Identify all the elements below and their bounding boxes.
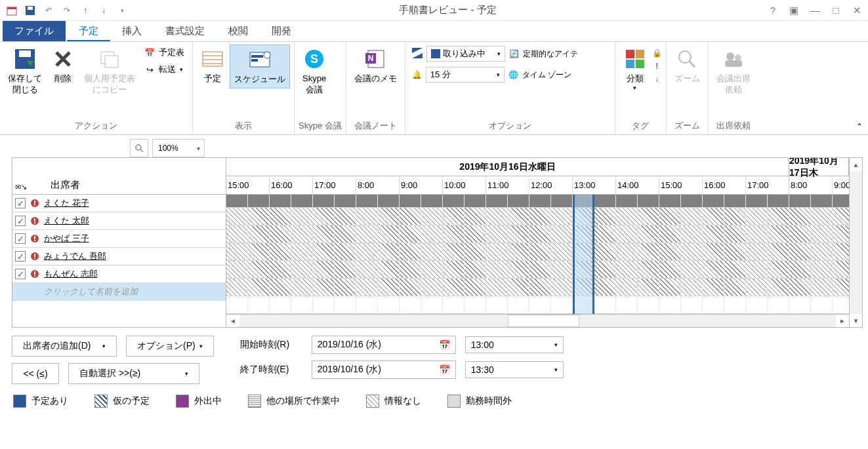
attendee-row[interactable]: ✓ えくた 花子 xyxy=(12,195,226,212)
required-icon[interactable] xyxy=(30,198,40,208)
start-time-field[interactable]: 13:00 ▾ xyxy=(465,336,564,353)
zoom-select[interactable]: 100% xyxy=(152,139,205,157)
selection-band[interactable] xyxy=(573,195,594,314)
timeline-row[interactable] xyxy=(226,261,849,279)
required-icon[interactable] xyxy=(30,269,40,279)
required-icon[interactable] xyxy=(30,233,40,244)
close-icon[interactable]: ✕ xyxy=(851,5,863,16)
show-as-select[interactable]: 取り込み中 ▾ xyxy=(426,46,505,62)
high-importance-icon[interactable]: ! xyxy=(655,62,658,71)
timeline-row[interactable] xyxy=(226,243,849,261)
calendar-table-button[interactable]: 📅 予定表 xyxy=(140,45,188,60)
attendee-name[interactable]: えくた 太郎 xyxy=(44,215,89,227)
reminder-select[interactable]: 15 分 ▾ xyxy=(426,67,505,83)
maximize-icon[interactable]: □ xyxy=(830,5,842,16)
save-close-button[interactable]: 保存して 閉じる xyxy=(4,45,46,98)
attendee-checkbox[interactable]: ✓ xyxy=(15,216,26,226)
group-show-label: 表示 xyxy=(197,119,290,133)
attendee-name[interactable]: もんぜん 志郎 xyxy=(44,268,98,280)
start-date-field[interactable]: 2019/10/16 (水) 📅 xyxy=(312,336,456,354)
room-finder-button[interactable] xyxy=(130,139,148,157)
attendee-name[interactable]: みょうでん 吾郎 xyxy=(44,250,106,262)
invite-attendees-button[interactable]: 会議出席 依頼 xyxy=(713,45,754,98)
help-icon[interactable]: ? xyxy=(767,5,779,16)
meeting-notes-button[interactable]: N 会議のメモ xyxy=(350,45,401,87)
svg-text:N: N xyxy=(368,54,374,63)
scheduling-assistant: 100% ✉↘ 出席者 ✓ えくた 花子 ✓ えくた 太郎 ✓ かやば 三子 ✓… xyxy=(0,135,868,449)
svg-rect-25 xyxy=(626,60,634,68)
timezone-label[interactable]: タイム ゾーン xyxy=(522,69,571,81)
attendee-checkbox[interactable]: ✓ xyxy=(15,251,26,262)
timeline-row[interactable] xyxy=(226,296,849,314)
attendee-checkbox[interactable]: ✓ xyxy=(15,233,26,244)
calendar-picker-icon[interactable]: 📅 xyxy=(439,364,450,375)
attendee-checkbox[interactable]: ✓ xyxy=(15,198,26,208)
hscroll-thumb[interactable] xyxy=(508,315,579,327)
attendee-header: ✉↘ 出席者 xyxy=(12,158,226,195)
restore-icon[interactable]: ▣ xyxy=(788,5,800,16)
timeline-row[interactable] xyxy=(226,195,849,208)
attendee-row[interactable]: ✓ えくた 太郎 xyxy=(12,212,226,230)
add-attendee-row[interactable]: クリックして名前を追加 xyxy=(12,283,226,301)
attendee-name[interactable]: えくた 花子 xyxy=(44,197,89,209)
legend-tentative: 仮の予定 xyxy=(113,395,150,407)
timeline-row[interactable] xyxy=(226,279,849,296)
scheduling-view-icon xyxy=(248,48,272,71)
svg-rect-23 xyxy=(626,50,634,58)
calendar-picker-icon[interactable]: 📅 xyxy=(439,340,450,350)
horizontal-scrollbar[interactable]: ◄ ► xyxy=(226,314,849,327)
prev-item-icon[interactable]: ↑ xyxy=(79,4,92,17)
prev-slot-button[interactable]: << (≤) xyxy=(12,363,59,384)
required-icon[interactable] xyxy=(30,216,40,226)
skype-icon: S xyxy=(302,47,326,71)
minimize-icon[interactable]: — xyxy=(809,5,821,16)
vertical-scrollbar[interactable]: ▲ ▼ xyxy=(849,158,862,327)
delete-button[interactable]: 削除 xyxy=(47,45,79,87)
scroll-left-icon[interactable]: ◄ xyxy=(226,315,239,327)
private-icon[interactable]: 🔒 xyxy=(652,49,662,58)
scroll-right-icon[interactable]: ► xyxy=(836,315,849,327)
scroll-up-icon[interactable]: ▲ xyxy=(850,158,862,171)
tab-format[interactable]: 書式設定 xyxy=(154,21,217,41)
redo-icon[interactable]: ↷ xyxy=(60,4,73,17)
attendee-row[interactable]: ✓ みょうでん 吾郎 xyxy=(12,248,226,265)
tab-insert[interactable]: 挿入 xyxy=(110,21,154,41)
end-date-field[interactable]: 2019/10/16 (水) 📅 xyxy=(312,361,456,379)
options-button[interactable]: オプション(P) ▾ xyxy=(126,336,214,357)
attendee-row[interactable]: ✓ かやば 三子 xyxy=(12,230,226,248)
collapse-ribbon-icon[interactable]: ⌃ xyxy=(856,122,863,131)
send-icon[interactable]: ✉↘ xyxy=(15,183,27,191)
tab-file[interactable]: ファイル xyxy=(3,21,66,41)
copy-calendar-button[interactable]: 個人用予定表 にコピー xyxy=(80,45,139,98)
attendee-checkbox[interactable]: ✓ xyxy=(15,269,26,279)
svg-rect-45 xyxy=(34,258,35,259)
forward-button[interactable]: ↪ 転送 ▾ xyxy=(140,62,188,77)
tab-review[interactable]: 校閲 xyxy=(217,21,260,41)
timeline-row[interactable] xyxy=(226,208,849,225)
add-attendees-button[interactable]: 出席者の追加(D) ▾ xyxy=(12,336,117,357)
skype-meeting-button[interactable]: S Skype 会議 xyxy=(299,45,330,98)
next-item-icon[interactable]: ↓ xyxy=(97,4,110,17)
auto-select-button[interactable]: 自動選択 >>(≥) ▾ xyxy=(68,363,199,384)
tab-appointment[interactable]: 予定 xyxy=(67,21,110,41)
qat-dropdown-icon[interactable]: ▾ xyxy=(115,4,129,17)
scroll-down-icon[interactable]: ▼ xyxy=(850,314,862,327)
appointment-view-label: 予定 xyxy=(204,73,221,85)
attendee-name[interactable]: かやば 三子 xyxy=(44,233,89,244)
zoom-button[interactable]: ズーム xyxy=(671,45,704,87)
recurrence-label[interactable]: 定期的なアイテ xyxy=(523,49,578,60)
hour-header: 16:00 xyxy=(270,176,313,194)
categorize-button[interactable]: 分類 ▾ xyxy=(619,45,651,95)
tab-developer[interactable]: 開発 xyxy=(260,21,303,41)
end-time-field[interactable]: 13:30 ▾ xyxy=(465,361,564,378)
scheduling-view-button[interactable]: スケジュール xyxy=(230,45,290,88)
save-icon[interactable] xyxy=(24,4,37,17)
attendee-row[interactable]: ✓ もんぜん 志郎 xyxy=(12,265,226,283)
timeline-row[interactable] xyxy=(226,225,849,243)
required-icon[interactable] xyxy=(30,251,40,262)
undo-icon[interactable]: ↶ xyxy=(42,4,55,17)
calendar-icon[interactable] xyxy=(5,4,18,17)
low-importance-icon[interactable]: ↓ xyxy=(655,75,659,84)
timeline[interactable]: 2019年10月16日水曜日2019年10月17日木 15:0016:0017:… xyxy=(226,158,849,327)
appointment-view-button[interactable]: 予定 xyxy=(197,45,228,87)
